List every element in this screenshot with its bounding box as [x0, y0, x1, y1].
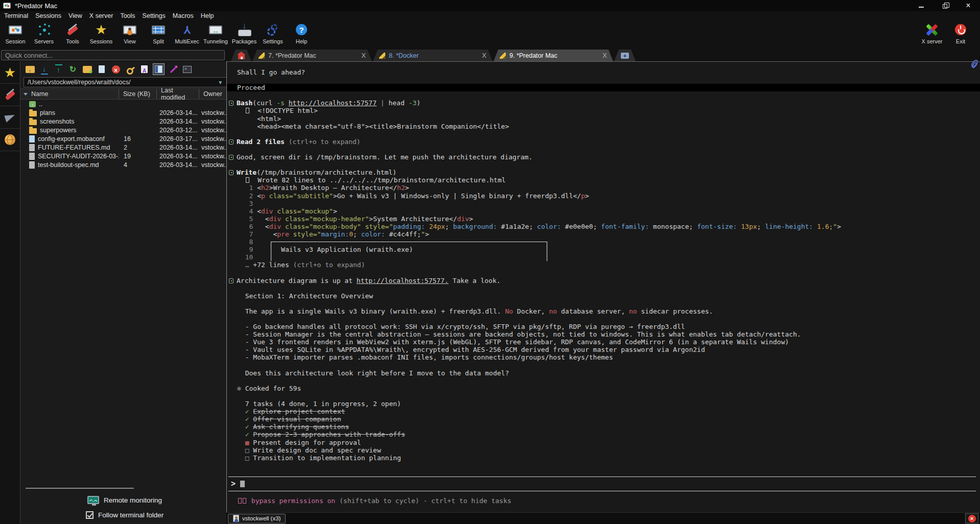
tab-9-predator-mac[interactable]: 9. *Predator MacX	[494, 50, 613, 61]
toolbar-label: Session	[5, 38, 25, 44]
close-button[interactable]: ×	[956, 0, 980, 11]
tab-close-icon[interactable]: X	[356, 52, 366, 59]
text-segment: class=	[281, 223, 309, 230]
pencil-icon	[500, 53, 506, 59]
text-segment: Docker,	[513, 307, 549, 315]
table-row[interactable]: superpowers2026-03-12...vstockw...	[20, 126, 229, 134]
terminal[interactable]: Shall I go ahead?ProceedBash(curl -s htt…	[226, 61, 980, 512]
file-name: FUTURE-FEATURES.md	[38, 144, 110, 151]
follow-terminal-checkbox[interactable]	[86, 511, 94, 519]
window-controls: ×	[909, 0, 980, 11]
tab-close-icon[interactable]: X	[477, 52, 486, 59]
toolbar-tools[interactable]: Tools	[58, 20, 87, 44]
file-tool-parent-folder[interactable]	[25, 64, 35, 75]
column-header-last-modified[interactable]: Last modified	[157, 89, 199, 99]
file-tool-wand[interactable]	[168, 64, 178, 75]
file-tool-upload[interactable]	[53, 64, 64, 75]
toolbar-view[interactable]: View	[115, 20, 144, 44]
key-icon	[124, 63, 136, 76]
toolbar-settings[interactable]: Settings	[259, 20, 287, 44]
column-header-owner[interactable]: Owner	[199, 89, 229, 99]
file-tool-terminal[interactable]	[182, 64, 193, 75]
file-tool-dual-panel[interactable]	[153, 64, 164, 75]
toolbar-x-server[interactable]: X server	[918, 20, 946, 44]
file-tool-refresh[interactable]	[67, 64, 78, 75]
text-segment: color:	[537, 223, 561, 230]
strip-favorites-star[interactable]: ★	[0, 61, 20, 84]
terminal-line	[237, 161, 977, 169]
remote-monitoring-button[interactable]: Remote monitoring	[87, 496, 162, 504]
text-segment: Propose 2-3 approaches with trade-offs	[253, 431, 405, 438]
menu-sessions[interactable]: Sessions	[35, 12, 61, 19]
toolbar-help[interactable]: ?Help	[287, 20, 316, 44]
menu-settings[interactable]: Settings	[143, 12, 166, 19]
text-segment: >	[405, 184, 409, 192]
toolbar-exit[interactable]: Exit	[946, 20, 975, 44]
toolbar-servers[interactable]: Servers	[30, 20, 58, 44]
file-tool-delete[interactable]	[110, 64, 121, 75]
text-segment	[425, 223, 429, 230]
strip-macros-knife[interactable]	[0, 84, 20, 106]
tools-icon	[65, 23, 80, 36]
text-segment: >	[333, 192, 337, 200]
table-row[interactable]: screenshots2026-03-14...vstockw...	[20, 117, 229, 126]
terminal-line: Read 2 files (ctrl+o to expand)	[237, 138, 977, 146]
toolbar-tunneling[interactable]: Tunneling	[201, 20, 230, 44]
toolbar-packages[interactable]: Packages	[230, 20, 259, 44]
text-segment: Write design doc and spec review	[253, 446, 381, 454]
menu-terminal[interactable]: Terminal	[4, 12, 28, 19]
terminal-line: □ Transition to implementation planning	[237, 454, 977, 462]
text-segment: div	[261, 207, 273, 215]
new-tab-button[interactable]: +	[614, 50, 636, 61]
table-row[interactable]: plans2026-03-14...vstockw...	[20, 108, 229, 117]
path-dropdown[interactable]: /Users/vstockwell/repos/wraith/docs/ ▼	[24, 77, 227, 87]
app-window: *Predator Mac × TerminalSessionsViewX se…	[0, 0, 980, 524]
text-segment: Read 2 files	[237, 138, 289, 146]
file-tool-rename[interactable]	[139, 64, 150, 75]
terminal-line: Write(/tmp/brainstorm/architecture.html)	[237, 169, 977, 176]
text-segment	[253, 246, 269, 253]
tab-close-icon[interactable]: X	[597, 52, 607, 59]
minimize-button[interactable]	[909, 0, 933, 11]
menu-tools[interactable]: Tools	[120, 12, 135, 19]
column-header-name[interactable]: Name	[20, 89, 119, 99]
file-tool-new-folder[interactable]	[82, 64, 92, 75]
toolbar-split[interactable]: Split	[144, 20, 173, 44]
close-icon: ×	[966, 2, 970, 10]
toolbar-multiexec[interactable]: YMultiExec	[173, 20, 201, 44]
menu-macros[interactable]: Macros	[173, 12, 194, 19]
session-user-tab[interactable]: vstockwell (x3)	[228, 514, 286, 523]
table-row[interactable]: test-buildout-spec.md42026-03-14...vstoc…	[20, 160, 229, 169]
file-tool-new-file[interactable]	[96, 64, 107, 75]
toolbar-sessions[interactable]: ★Sessions	[87, 20, 115, 44]
text-segment: Explore project context	[253, 408, 345, 415]
tab-7-predator-mac[interactable]: 7. *Predator MacX	[252, 50, 372, 61]
strip-network-globe[interactable]	[0, 129, 20, 151]
restore-button[interactable]	[933, 0, 956, 11]
menu-view[interactable]: View	[68, 12, 82, 19]
quick-connect-input[interactable]	[1, 50, 225, 60]
table-row[interactable]: FUTURE-FEATURES.md22026-03-14...vstockw.…	[20, 143, 229, 152]
tab-home[interactable]	[231, 50, 251, 61]
terminal-line	[237, 362, 977, 369]
text-segment: ┌───────────────────────────────────────…	[269, 238, 549, 246]
menu-x-server[interactable]: X server	[89, 12, 113, 19]
terminal-line: Good, screen dir is /tmp/brainstorm. Let…	[237, 153, 977, 161]
text-segment	[237, 408, 245, 415]
toolbar-label: Help	[296, 38, 308, 44]
toolbar-session[interactable]: Session	[1, 20, 30, 44]
table-row[interactable]: config-export.mobaconf162026-03-17...vst…	[20, 134, 229, 143]
menu-help[interactable]: Help	[201, 12, 214, 19]
sftp-plane-icon	[4, 112, 16, 122]
column-header-size-kb-[interactable]: Size (KB)	[119, 89, 157, 99]
terminal-line	[237, 269, 977, 276]
table-row[interactable]: SECURITY-AUDIT-2026-03-1...192026-03-14.…	[20, 152, 229, 160]
prompt-line[interactable]: >	[227, 477, 980, 491]
terminate-session-button[interactable]: ×	[965, 513, 978, 523]
tab-8-docker[interactable]: 8. *DockerX	[373, 50, 493, 61]
strip-sftp-plane[interactable]	[0, 106, 20, 129]
file-tool-key[interactable]	[125, 64, 135, 75]
file-tool-download[interactable]	[39, 64, 50, 75]
terminal-line: 1 <h2>Wraith Desktop — Architecture</h2>	[237, 184, 977, 192]
text-segment: (ctrl+o to expand)	[293, 261, 365, 269]
